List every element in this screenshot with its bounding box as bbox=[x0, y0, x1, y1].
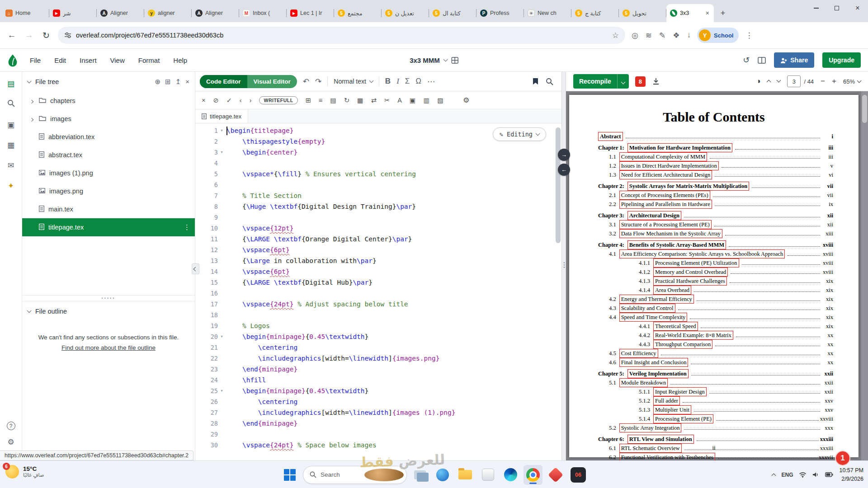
code-line[interactable]: 5 \vspace*{\fill} % Ensures vertical cen… bbox=[195, 169, 561, 179]
paste-icon[interactable]: ▥ bbox=[424, 97, 430, 104]
toc-entry[interactable]: 4.4Speed and Time Complexityxix bbox=[569, 313, 859, 322]
browser-tab[interactable]: PProfess bbox=[476, 4, 524, 22]
toc-entry[interactable]: 4.2Energy and Thermal Efficiencyxix bbox=[569, 295, 859, 304]
editor-scrollbar-thumb[interactable] bbox=[556, 127, 561, 243]
download-pdf-icon[interactable] bbox=[652, 77, 660, 85]
toc-entry-link[interactable]: RTL View and Simulation bbox=[627, 435, 694, 444]
file-tree-item-titlepage.tex[interactable]: titlepage.tex⋮ bbox=[22, 218, 195, 236]
toc-entry-link[interactable]: Throughput Comparison bbox=[653, 340, 712, 349]
pdf-viewer[interactable]: Table of Contents AbstractiChapter 1:Mot… bbox=[566, 91, 868, 460]
zoom-out-icon[interactable]: − bbox=[821, 77, 825, 86]
toc-entry[interactable]: Abstracti bbox=[569, 132, 859, 141]
chat-rail-icon[interactable]: ✉ bbox=[8, 161, 14, 170]
compile-log-badge[interactable]: 8 bbox=[635, 76, 646, 87]
recompile-button[interactable]: Recompile bbox=[573, 74, 629, 89]
maximize-button[interactable] bbox=[826, 0, 847, 16]
close-panel-icon[interactable]: × bbox=[185, 78, 189, 86]
toc-entry[interactable]: Chapter 6:RTL View and Simulationxxxiii bbox=[569, 435, 859, 444]
pdf-scrollbar-thumb[interactable] bbox=[862, 95, 867, 123]
code-line[interactable]: 11 {\LARGE \textbf{Orange Digital Center… bbox=[195, 234, 561, 244]
overleaf-logo-icon[interactable] bbox=[6, 53, 19, 67]
code-line[interactable]: 26 \centering bbox=[195, 396, 561, 407]
collapse-sidebar-button[interactable] bbox=[192, 263, 199, 274]
back-icon[interactable]: ← bbox=[6, 30, 17, 40]
toc-entry[interactable]: 4.4.1Theoretical Speedxix bbox=[569, 322, 859, 331]
tab-close-icon[interactable]: × bbox=[705, 9, 710, 17]
toc-entry-link[interactable]: Architectural Design bbox=[627, 211, 681, 220]
browser-tab[interactable]: 5تحويل bbox=[619, 4, 666, 22]
writefull-badge[interactable]: WRITEFULL bbox=[259, 96, 297, 104]
edge-button[interactable] bbox=[501, 465, 520, 485]
menu-view[interactable]: View bbox=[110, 56, 125, 64]
browser-tab[interactable]: 5كتابة ج bbox=[571, 4, 619, 22]
next-page-icon[interactable] bbox=[777, 78, 781, 83]
toc-entry-link[interactable]: Speed and Time Complexity bbox=[619, 313, 688, 322]
toc-entry[interactable]: 5.1.4Processing Element (PE)xxviii bbox=[569, 414, 859, 423]
fold-marker-icon[interactable]: ▾ bbox=[218, 385, 226, 396]
toc-entry[interactable]: 4.6Final Insight and Conclusionxx bbox=[569, 358, 859, 367]
code-line[interactable]: 25▾ \begin{minipage}{0.45\textwidth} bbox=[195, 385, 561, 396]
toc-entry-link[interactable]: Scalability and Control bbox=[619, 304, 675, 313]
toc-entry[interactable]: 4.4.3Throughput Comparisonxx bbox=[569, 340, 859, 349]
browser-tab[interactable]: 5مجتمع bbox=[334, 4, 382, 22]
toc-entry-link[interactable]: Real-World Example: 8×8 Matrix bbox=[653, 331, 733, 340]
zoom-level-dropdown[interactable]: 65% bbox=[843, 78, 861, 85]
language-indicator[interactable]: ENG bbox=[781, 472, 793, 478]
code-line[interactable]: 27 \includegraphics[width=\linewidth]{im… bbox=[195, 407, 561, 418]
reload-icon[interactable]: ↻ bbox=[41, 30, 52, 41]
assistant-rail-icon[interactable]: ✦ bbox=[8, 181, 14, 191]
toc-entry-link[interactable]: Cost Efficiency bbox=[619, 349, 658, 358]
extensions-icon[interactable]: ❖ bbox=[673, 31, 679, 40]
file-tree-item-images-1-.png[interactable]: images (1).png bbox=[22, 164, 195, 182]
toc-entry-link[interactable]: Structure of a Processing Element (PE) bbox=[619, 220, 712, 229]
previous-page-icon[interactable] bbox=[767, 80, 771, 84]
toc-entry-link[interactable]: Motivation for Hardware Implementation bbox=[627, 143, 732, 152]
undo-icon[interactable]: ↶ bbox=[303, 77, 309, 86]
toc-entry-link[interactable]: Data Flow Mechanism in the Systolic Arra… bbox=[619, 229, 722, 238]
redo-icon[interactable]: ↷ bbox=[315, 77, 321, 86]
toc-entry-link[interactable]: Computational Complexity of MMM bbox=[619, 152, 707, 161]
file-tree-item-images[interactable]: images bbox=[22, 110, 195, 128]
code-line[interactable]: 3▾ \begin{center} bbox=[195, 147, 561, 158]
code-line[interactable]: 17 \vspace{24pt} % Adjust spacing below … bbox=[195, 299, 561, 310]
browser-tab[interactable]: 5كتابة ال bbox=[429, 4, 476, 22]
menu-insert[interactable]: Insert bbox=[80, 56, 97, 64]
browser-tab[interactable]: AAligner bbox=[97, 4, 144, 22]
writefull-extension-icon[interactable]: ✎ bbox=[659, 31, 665, 40]
wifi-icon[interactable] bbox=[799, 472, 807, 478]
browser-tab[interactable]: ▶Lec 1 | Ir bbox=[287, 4, 334, 22]
close-window-button[interactable]: × bbox=[847, 0, 868, 16]
battery-icon[interactable] bbox=[825, 472, 833, 477]
toc-entry-link[interactable]: Systolic Array Integration bbox=[619, 423, 682, 432]
code-line[interactable]: 14 \vspace{6pt} bbox=[195, 266, 561, 277]
paraphrase-icon[interactable]: ⇄ bbox=[371, 97, 377, 104]
search-icon[interactable] bbox=[546, 78, 553, 85]
toc-entry-link[interactable]: Final Insight and Conclusion bbox=[619, 358, 689, 367]
toc-entry[interactable]: 4.1.2Memory and Control Overheadxviii bbox=[569, 267, 859, 277]
hidden-icons-chevron[interactable] bbox=[772, 473, 776, 478]
toc-entry-link[interactable]: Area Efficiency Comparison: Systolic Arr… bbox=[619, 249, 785, 258]
file-tree-rail-icon[interactable]: ▤ bbox=[7, 79, 14, 89]
file-explorer-button[interactable] bbox=[456, 465, 475, 485]
minimize-button[interactable] bbox=[806, 0, 826, 16]
symbol-palette-icon[interactable]: Ω bbox=[415, 77, 421, 86]
toc-entry[interactable]: Chapter 1:Motivation for Hardware Implem… bbox=[569, 143, 859, 152]
outline-help-link[interactable]: Find out more about the file outline bbox=[36, 343, 181, 353]
browser-tab[interactable]: MInbox ( bbox=[239, 4, 287, 22]
code-line[interactable]: 13 {\Large in collaboration with\par} bbox=[195, 255, 561, 266]
toc-entry-link[interactable]: Theoretical Speed bbox=[653, 322, 698, 331]
snippet-icon[interactable]: ▧ bbox=[437, 97, 443, 104]
toc-entry[interactable]: Chapter 3:Architectural Designxii bbox=[569, 211, 859, 220]
expand-pdf-button[interactable]: → bbox=[558, 149, 570, 161]
history-icon[interactable]: ↺ bbox=[743, 55, 750, 65]
grid-icon[interactable]: ▦ bbox=[357, 97, 363, 104]
code-line[interactable]: 19 % Logos bbox=[195, 320, 561, 331]
writefull-settings-icon[interactable]: ⚙ bbox=[463, 96, 469, 104]
code-line[interactable]: 16 bbox=[195, 288, 561, 299]
menu-edit[interactable]: Edit bbox=[54, 56, 66, 64]
file-tree-item-images.png[interactable]: images.png bbox=[22, 182, 195, 200]
toc-entry[interactable]: Chapter 4:Benefits of Systolic Array-Bas… bbox=[569, 240, 859, 249]
toc-entry-link[interactable]: Area Overhead bbox=[653, 286, 691, 295]
code-line[interactable]: 4 bbox=[195, 158, 561, 169]
expand-editor-button[interactable]: ← bbox=[558, 164, 570, 176]
